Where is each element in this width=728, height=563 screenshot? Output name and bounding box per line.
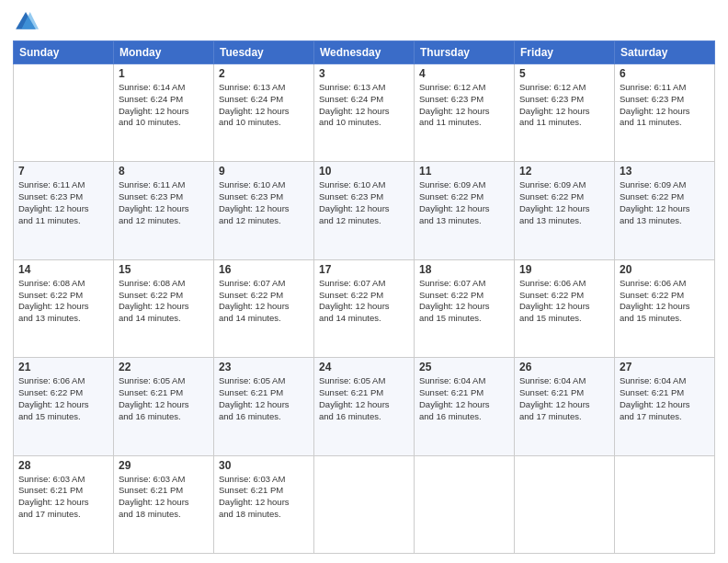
- day-info: Sunrise: 6:06 AM Sunset: 6:22 PM Dayligh…: [519, 278, 609, 325]
- calendar-cell: 27Sunrise: 6:04 AM Sunset: 6:21 PM Dayli…: [615, 358, 715, 455]
- logo-icon: [13, 9, 39, 35]
- day-info: Sunrise: 6:09 AM Sunset: 6:22 PM Dayligh…: [620, 179, 710, 226]
- calendar-cell: 11Sunrise: 6:09 AM Sunset: 6:22 PM Dayli…: [415, 162, 515, 259]
- calendar-header-wednesday: Wednesday: [314, 41, 415, 64]
- day-info: Sunrise: 6:03 AM Sunset: 6:21 PM Dayligh…: [18, 474, 108, 521]
- day-number: 26: [519, 361, 609, 373]
- calendar-cell: 2Sunrise: 6:13 AM Sunset: 6:24 PM Daylig…: [214, 64, 314, 162]
- day-info: Sunrise: 6:07 AM Sunset: 6:22 PM Dayligh…: [419, 278, 509, 325]
- calendar-cell: 15Sunrise: 6:08 AM Sunset: 6:22 PM Dayli…: [114, 259, 214, 357]
- day-info: Sunrise: 6:05 AM Sunset: 6:21 PM Dayligh…: [219, 375, 309, 422]
- day-number: 8: [119, 165, 209, 178]
- calendar-cell: 29Sunrise: 6:03 AM Sunset: 6:21 PM Dayli…: [114, 455, 214, 553]
- day-info: Sunrise: 6:12 AM Sunset: 6:23 PM Dayligh…: [419, 82, 509, 129]
- calendar-header-thursday: Thursday: [415, 41, 515, 64]
- day-number: 22: [119, 361, 209, 373]
- calendar-body: 1Sunrise: 6:14 AM Sunset: 6:24 PM Daylig…: [14, 64, 715, 554]
- day-number: 23: [219, 361, 309, 373]
- day-number: 16: [219, 263, 309, 276]
- logo: [13, 9, 42, 35]
- calendar-cell: 22Sunrise: 6:05 AM Sunset: 6:21 PM Dayli…: [114, 358, 214, 455]
- day-number: 9: [219, 165, 309, 178]
- calendar-header-friday: Friday: [515, 41, 615, 64]
- day-info: Sunrise: 6:08 AM Sunset: 6:22 PM Dayligh…: [18, 278, 108, 325]
- calendar-header-saturday: Saturday: [615, 41, 715, 64]
- calendar-cell: [615, 455, 715, 553]
- day-info: Sunrise: 6:05 AM Sunset: 6:21 PM Dayligh…: [319, 375, 409, 422]
- calendar-header-monday: Monday: [114, 41, 214, 64]
- calendar-cell: 9Sunrise: 6:10 AM Sunset: 6:23 PM Daylig…: [214, 162, 314, 259]
- day-info: Sunrise: 6:13 AM Sunset: 6:24 PM Dayligh…: [219, 82, 309, 129]
- day-number: 20: [620, 263, 710, 276]
- calendar-cell: 19Sunrise: 6:06 AM Sunset: 6:22 PM Dayli…: [515, 259, 615, 357]
- day-number: 2: [219, 67, 309, 80]
- calendar-cell: 5Sunrise: 6:12 AM Sunset: 6:23 PM Daylig…: [515, 64, 615, 162]
- day-info: Sunrise: 6:12 AM Sunset: 6:23 PM Dayligh…: [519, 82, 609, 129]
- calendar-cell: 7Sunrise: 6:11 AM Sunset: 6:23 PM Daylig…: [14, 162, 114, 259]
- day-info: Sunrise: 6:06 AM Sunset: 6:22 PM Dayligh…: [18, 375, 108, 422]
- day-info: Sunrise: 6:11 AM Sunset: 6:23 PM Dayligh…: [620, 82, 710, 129]
- day-number: 4: [419, 67, 509, 80]
- calendar-cell: 6Sunrise: 6:11 AM Sunset: 6:23 PM Daylig…: [615, 64, 715, 162]
- calendar-header-row: SundayMondayTuesdayWednesdayThursdayFrid…: [14, 41, 715, 64]
- day-number: 10: [319, 165, 409, 178]
- calendar-cell: 17Sunrise: 6:07 AM Sunset: 6:22 PM Dayli…: [314, 259, 415, 357]
- day-info: Sunrise: 6:05 AM Sunset: 6:21 PM Dayligh…: [119, 375, 209, 422]
- calendar-table: SundayMondayTuesdayWednesdayThursdayFrid…: [13, 40, 715, 554]
- day-info: Sunrise: 6:06 AM Sunset: 6:22 PM Dayligh…: [620, 278, 710, 325]
- day-info: Sunrise: 6:07 AM Sunset: 6:22 PM Dayligh…: [319, 278, 409, 325]
- day-info: Sunrise: 6:10 AM Sunset: 6:23 PM Dayligh…: [319, 179, 409, 226]
- header: [13, 9, 715, 35]
- calendar-cell: 18Sunrise: 6:07 AM Sunset: 6:22 PM Dayli…: [415, 259, 515, 357]
- day-number: 1: [119, 67, 209, 80]
- day-info: Sunrise: 6:08 AM Sunset: 6:22 PM Dayligh…: [119, 278, 209, 325]
- day-number: 19: [519, 263, 609, 276]
- day-number: 13: [620, 165, 710, 178]
- calendar-week-row: 21Sunrise: 6:06 AM Sunset: 6:22 PM Dayli…: [14, 358, 715, 455]
- day-info: Sunrise: 6:11 AM Sunset: 6:23 PM Dayligh…: [18, 179, 108, 226]
- day-info: Sunrise: 6:13 AM Sunset: 6:24 PM Dayligh…: [319, 82, 409, 129]
- day-number: 14: [18, 263, 108, 276]
- day-info: Sunrise: 6:03 AM Sunset: 6:21 PM Dayligh…: [119, 474, 209, 521]
- calendar-cell: 16Sunrise: 6:07 AM Sunset: 6:22 PM Dayli…: [214, 259, 314, 357]
- calendar-week-row: 14Sunrise: 6:08 AM Sunset: 6:22 PM Dayli…: [14, 259, 715, 357]
- day-number: 27: [620, 361, 710, 373]
- day-number: 18: [419, 263, 509, 276]
- calendar-cell: 10Sunrise: 6:10 AM Sunset: 6:23 PM Dayli…: [314, 162, 415, 259]
- calendar-cell: [14, 64, 114, 162]
- day-number: 28: [18, 459, 108, 472]
- calendar-cell: 20Sunrise: 6:06 AM Sunset: 6:22 PM Dayli…: [615, 259, 715, 357]
- calendar-cell: 13Sunrise: 6:09 AM Sunset: 6:22 PM Dayli…: [615, 162, 715, 259]
- day-info: Sunrise: 6:04 AM Sunset: 6:21 PM Dayligh…: [419, 375, 509, 422]
- calendar-cell: 8Sunrise: 6:11 AM Sunset: 6:23 PM Daylig…: [114, 162, 214, 259]
- day-number: 7: [18, 165, 108, 178]
- day-info: Sunrise: 6:04 AM Sunset: 6:21 PM Dayligh…: [519, 375, 609, 422]
- day-info: Sunrise: 6:14 AM Sunset: 6:24 PM Dayligh…: [119, 82, 209, 129]
- day-info: Sunrise: 6:03 AM Sunset: 6:21 PM Dayligh…: [219, 474, 309, 521]
- day-number: 30: [219, 459, 309, 472]
- day-info: Sunrise: 6:04 AM Sunset: 6:21 PM Dayligh…: [620, 375, 710, 422]
- day-info: Sunrise: 6:07 AM Sunset: 6:22 PM Dayligh…: [219, 278, 309, 325]
- calendar-cell: 30Sunrise: 6:03 AM Sunset: 6:21 PM Dayli…: [214, 455, 314, 553]
- calendar-cell: 1Sunrise: 6:14 AM Sunset: 6:24 PM Daylig…: [114, 64, 214, 162]
- day-number: 29: [119, 459, 209, 472]
- day-info: Sunrise: 6:09 AM Sunset: 6:22 PM Dayligh…: [419, 179, 509, 226]
- day-number: 17: [319, 263, 409, 276]
- calendar-header-tuesday: Tuesday: [214, 41, 314, 64]
- day-info: Sunrise: 6:10 AM Sunset: 6:23 PM Dayligh…: [219, 179, 309, 226]
- calendar-cell: 4Sunrise: 6:12 AM Sunset: 6:23 PM Daylig…: [415, 64, 515, 162]
- calendar-week-row: 7Sunrise: 6:11 AM Sunset: 6:23 PM Daylig…: [14, 162, 715, 259]
- day-info: Sunrise: 6:11 AM Sunset: 6:23 PM Dayligh…: [119, 179, 209, 226]
- day-number: 15: [119, 263, 209, 276]
- calendar-cell: 12Sunrise: 6:09 AM Sunset: 6:22 PM Dayli…: [515, 162, 615, 259]
- day-number: 6: [620, 67, 710, 80]
- calendar-cell: [314, 455, 415, 553]
- day-number: 3: [319, 67, 409, 80]
- calendar-cell: 24Sunrise: 6:05 AM Sunset: 6:21 PM Dayli…: [314, 358, 415, 455]
- calendar-cell: 25Sunrise: 6:04 AM Sunset: 6:21 PM Dayli…: [415, 358, 515, 455]
- day-number: 11: [419, 165, 509, 178]
- calendar-cell: 26Sunrise: 6:04 AM Sunset: 6:21 PM Dayli…: [515, 358, 615, 455]
- day-number: 21: [18, 361, 108, 373]
- calendar-cell: 28Sunrise: 6:03 AM Sunset: 6:21 PM Dayli…: [14, 455, 114, 553]
- day-number: 25: [419, 361, 509, 373]
